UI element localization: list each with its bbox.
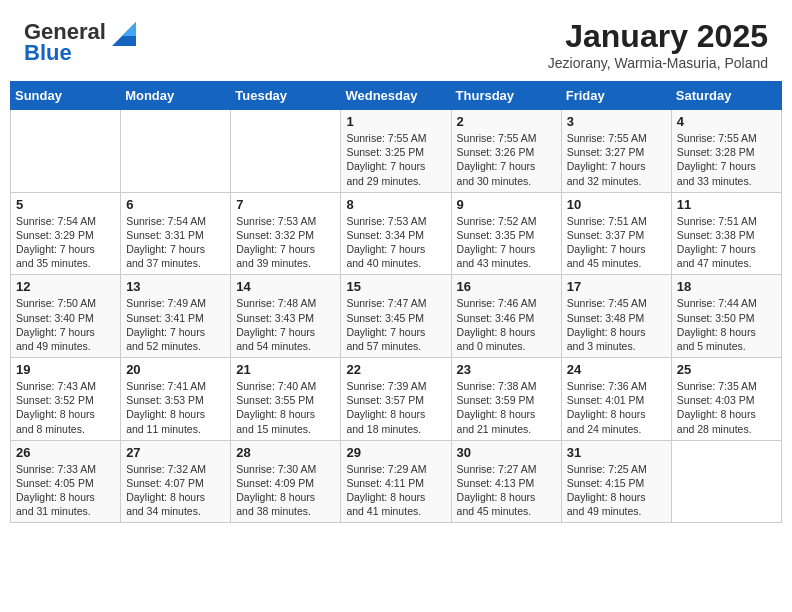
calendar-day-6: 6Sunrise: 7:54 AM Sunset: 3:31 PM Daylig… (121, 192, 231, 275)
calendar-day-1: 1Sunrise: 7:55 AM Sunset: 3:25 PM Daylig… (341, 110, 451, 193)
day-info: Sunrise: 7:53 AM Sunset: 3:34 PM Dayligh… (346, 214, 445, 271)
day-info: Sunrise: 7:55 AM Sunset: 3:25 PM Dayligh… (346, 131, 445, 188)
day-info: Sunrise: 7:55 AM Sunset: 3:27 PM Dayligh… (567, 131, 666, 188)
calendar-day-14: 14Sunrise: 7:48 AM Sunset: 3:43 PM Dayli… (231, 275, 341, 358)
day-number: 23 (457, 362, 556, 377)
day-number: 19 (16, 362, 115, 377)
calendar-day-18: 18Sunrise: 7:44 AM Sunset: 3:50 PM Dayli… (671, 275, 781, 358)
day-info: Sunrise: 7:41 AM Sunset: 3:53 PM Dayligh… (126, 379, 225, 436)
day-number: 18 (677, 279, 776, 294)
calendar-week-row: 1Sunrise: 7:55 AM Sunset: 3:25 PM Daylig… (11, 110, 782, 193)
day-number: 3 (567, 114, 666, 129)
day-number: 7 (236, 197, 335, 212)
calendar-day-5: 5Sunrise: 7:54 AM Sunset: 3:29 PM Daylig… (11, 192, 121, 275)
day-number: 13 (126, 279, 225, 294)
day-info: Sunrise: 7:53 AM Sunset: 3:32 PM Dayligh… (236, 214, 335, 271)
day-number: 22 (346, 362, 445, 377)
calendar-day-23: 23Sunrise: 7:38 AM Sunset: 3:59 PM Dayli… (451, 358, 561, 441)
calendar-day-31: 31Sunrise: 7:25 AM Sunset: 4:15 PM Dayli… (561, 440, 671, 523)
calendar-day-12: 12Sunrise: 7:50 AM Sunset: 3:40 PM Dayli… (11, 275, 121, 358)
day-number: 31 (567, 445, 666, 460)
calendar-day-22: 22Sunrise: 7:39 AM Sunset: 3:57 PM Dayli… (341, 358, 451, 441)
day-number: 8 (346, 197, 445, 212)
day-info: Sunrise: 7:51 AM Sunset: 3:38 PM Dayligh… (677, 214, 776, 271)
day-info: Sunrise: 7:48 AM Sunset: 3:43 PM Dayligh… (236, 296, 335, 353)
day-number: 29 (346, 445, 445, 460)
calendar-day-3: 3Sunrise: 7:55 AM Sunset: 3:27 PM Daylig… (561, 110, 671, 193)
day-info: Sunrise: 7:46 AM Sunset: 3:46 PM Dayligh… (457, 296, 556, 353)
weekday-header-monday: Monday (121, 82, 231, 110)
calendar-day-9: 9Sunrise: 7:52 AM Sunset: 3:35 PM Daylig… (451, 192, 561, 275)
day-info: Sunrise: 7:54 AM Sunset: 3:29 PM Dayligh… (16, 214, 115, 271)
calendar-empty-cell (671, 440, 781, 523)
day-number: 15 (346, 279, 445, 294)
day-number: 26 (16, 445, 115, 460)
day-info: Sunrise: 7:47 AM Sunset: 3:45 PM Dayligh… (346, 296, 445, 353)
calendar-week-row: 19Sunrise: 7:43 AM Sunset: 3:52 PM Dayli… (11, 358, 782, 441)
calendar-day-27: 27Sunrise: 7:32 AM Sunset: 4:07 PM Dayli… (121, 440, 231, 523)
day-info: Sunrise: 7:36 AM Sunset: 4:01 PM Dayligh… (567, 379, 666, 436)
day-number: 9 (457, 197, 556, 212)
calendar-table: SundayMondayTuesdayWednesdayThursdayFrid… (10, 81, 782, 523)
title-block: January 2025 Jeziorany, Warmia-Masuria, … (548, 18, 768, 71)
day-info: Sunrise: 7:30 AM Sunset: 4:09 PM Dayligh… (236, 462, 335, 519)
day-info: Sunrise: 7:52 AM Sunset: 3:35 PM Dayligh… (457, 214, 556, 271)
calendar-day-7: 7Sunrise: 7:53 AM Sunset: 3:32 PM Daylig… (231, 192, 341, 275)
calendar-title: January 2025 (548, 18, 768, 55)
weekday-header-tuesday: Tuesday (231, 82, 341, 110)
day-info: Sunrise: 7:39 AM Sunset: 3:57 PM Dayligh… (346, 379, 445, 436)
calendar-day-15: 15Sunrise: 7:47 AM Sunset: 3:45 PM Dayli… (341, 275, 451, 358)
day-info: Sunrise: 7:35 AM Sunset: 4:03 PM Dayligh… (677, 379, 776, 436)
calendar-day-17: 17Sunrise: 7:45 AM Sunset: 3:48 PM Dayli… (561, 275, 671, 358)
day-info: Sunrise: 7:50 AM Sunset: 3:40 PM Dayligh… (16, 296, 115, 353)
day-number: 14 (236, 279, 335, 294)
day-info: Sunrise: 7:33 AM Sunset: 4:05 PM Dayligh… (16, 462, 115, 519)
weekday-header-saturday: Saturday (671, 82, 781, 110)
calendar-day-20: 20Sunrise: 7:41 AM Sunset: 3:53 PM Dayli… (121, 358, 231, 441)
calendar-week-row: 12Sunrise: 7:50 AM Sunset: 3:40 PM Dayli… (11, 275, 782, 358)
day-number: 4 (677, 114, 776, 129)
day-number: 12 (16, 279, 115, 294)
calendar-day-25: 25Sunrise: 7:35 AM Sunset: 4:03 PM Dayli… (671, 358, 781, 441)
weekday-header-friday: Friday (561, 82, 671, 110)
day-info: Sunrise: 7:51 AM Sunset: 3:37 PM Dayligh… (567, 214, 666, 271)
calendar-empty-cell (11, 110, 121, 193)
day-info: Sunrise: 7:38 AM Sunset: 3:59 PM Dayligh… (457, 379, 556, 436)
day-number: 24 (567, 362, 666, 377)
day-info: Sunrise: 7:32 AM Sunset: 4:07 PM Dayligh… (126, 462, 225, 519)
calendar-empty-cell (231, 110, 341, 193)
day-number: 27 (126, 445, 225, 460)
weekday-header-thursday: Thursday (451, 82, 561, 110)
day-number: 30 (457, 445, 556, 460)
logo-blue-text: Blue (24, 40, 72, 65)
calendar-day-8: 8Sunrise: 7:53 AM Sunset: 3:34 PM Daylig… (341, 192, 451, 275)
day-number: 6 (126, 197, 225, 212)
day-info: Sunrise: 7:44 AM Sunset: 3:50 PM Dayligh… (677, 296, 776, 353)
logo: General Blue (24, 18, 140, 64)
calendar-day-29: 29Sunrise: 7:29 AM Sunset: 4:11 PM Dayli… (341, 440, 451, 523)
calendar-day-16: 16Sunrise: 7:46 AM Sunset: 3:46 PM Dayli… (451, 275, 561, 358)
day-info: Sunrise: 7:25 AM Sunset: 4:15 PM Dayligh… (567, 462, 666, 519)
page-header: General Blue January 2025 Jeziorany, War… (0, 0, 792, 81)
day-number: 10 (567, 197, 666, 212)
day-number: 21 (236, 362, 335, 377)
calendar-subtitle: Jeziorany, Warmia-Masuria, Poland (548, 55, 768, 71)
weekday-header-sunday: Sunday (11, 82, 121, 110)
day-number: 17 (567, 279, 666, 294)
day-number: 16 (457, 279, 556, 294)
day-number: 11 (677, 197, 776, 212)
day-number: 5 (16, 197, 115, 212)
day-info: Sunrise: 7:29 AM Sunset: 4:11 PM Dayligh… (346, 462, 445, 519)
calendar-week-row: 5Sunrise: 7:54 AM Sunset: 3:29 PM Daylig… (11, 192, 782, 275)
weekday-header-wednesday: Wednesday (341, 82, 451, 110)
calendar-day-26: 26Sunrise: 7:33 AM Sunset: 4:05 PM Dayli… (11, 440, 121, 523)
calendar-day-19: 19Sunrise: 7:43 AM Sunset: 3:52 PM Dayli… (11, 358, 121, 441)
calendar-day-24: 24Sunrise: 7:36 AM Sunset: 4:01 PM Dayli… (561, 358, 671, 441)
day-number: 20 (126, 362, 225, 377)
calendar-empty-cell (121, 110, 231, 193)
day-info: Sunrise: 7:49 AM Sunset: 3:41 PM Dayligh… (126, 296, 225, 353)
day-info: Sunrise: 7:40 AM Sunset: 3:55 PM Dayligh… (236, 379, 335, 436)
day-info: Sunrise: 7:55 AM Sunset: 3:28 PM Dayligh… (677, 131, 776, 188)
logo-icon (108, 18, 140, 46)
day-number: 2 (457, 114, 556, 129)
